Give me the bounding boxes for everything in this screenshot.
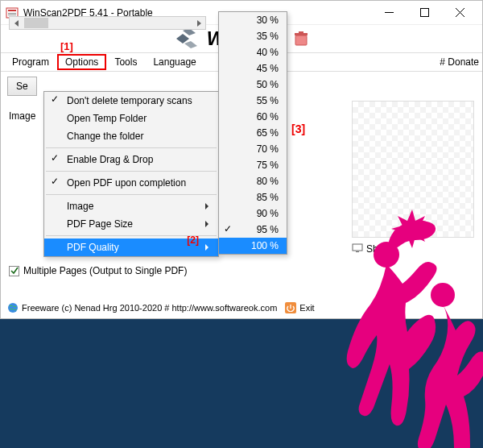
q-60[interactable]: 60 % bbox=[219, 109, 287, 125]
options-dropdown: Don't delete temporary scans Open Temp F… bbox=[43, 91, 219, 257]
q-75[interactable]: 75 % bbox=[219, 157, 287, 173]
svg-point-11 bbox=[8, 303, 18, 313]
q-55[interactable]: 55 % bbox=[219, 93, 287, 109]
q-80[interactable]: 80 % bbox=[219, 173, 287, 189]
multipage-checkbox-row[interactable]: Multiple Pages (Output to Single PDF) bbox=[9, 265, 187, 276]
q-50[interactable]: 50 % bbox=[219, 77, 287, 93]
q-70[interactable]: 70 % bbox=[219, 141, 287, 157]
svg-point-13 bbox=[431, 283, 455, 307]
close-button[interactable] bbox=[442, 2, 477, 24]
svg-rect-4 bbox=[385, 12, 394, 13]
svg-rect-5 bbox=[420, 9, 428, 17]
multipage-label: Multiple Pages (Output to Single PDF) bbox=[23, 265, 187, 276]
scan-button[interactable]: Se bbox=[7, 77, 37, 96]
trash-icon bbox=[292, 30, 310, 48]
opt-no-delete[interactable]: Don't delete temporary scans bbox=[44, 92, 218, 110]
svg-rect-8 bbox=[299, 31, 303, 33]
donate-link[interactable]: # Donate bbox=[440, 56, 479, 68]
menu-options[interactable]: Options bbox=[57, 54, 106, 70]
annotation-1: [1] bbox=[60, 40, 73, 52]
q-45[interactable]: 45 % bbox=[219, 60, 287, 77]
opt-open-pdf[interactable]: Open PDF upon completion bbox=[44, 174, 218, 192]
q-100[interactable]: 100 % bbox=[219, 238, 287, 254]
column-image: Image bbox=[9, 110, 35, 122]
globe-icon bbox=[7, 302, 19, 313]
status-text[interactable]: Freeware (c) Nenad Hrg 2010-2020 # http:… bbox=[22, 303, 277, 313]
scroll-left-icon[interactable] bbox=[10, 17, 23, 29]
annotation-2: [2] bbox=[187, 234, 199, 246]
svg-rect-6 bbox=[295, 35, 307, 45]
svg-rect-2 bbox=[8, 13, 16, 14]
checkbox-icon[interactable] bbox=[9, 266, 19, 276]
q-95[interactable]: 95 % bbox=[219, 222, 287, 238]
quality-submenu: 30 % 35 % 40 % 45 % 50 % 55 % 60 % 65 % … bbox=[218, 11, 287, 255]
menu-language[interactable]: Language bbox=[145, 54, 204, 70]
menu-tools[interactable]: Tools bbox=[106, 54, 145, 70]
exit-label[interactable]: Exit bbox=[299, 303, 314, 313]
opt-drag-drop[interactable]: Enable Drag & Drop bbox=[44, 151, 218, 168]
opt-page-size[interactable]: PDF Page Size bbox=[44, 215, 218, 233]
dancing-figures-icon bbox=[314, 206, 483, 448]
svg-rect-3 bbox=[8, 15, 16, 15]
minimize-button[interactable] bbox=[371, 2, 407, 24]
scroll-thumb[interactable] bbox=[24, 18, 48, 28]
q-30[interactable]: 30 % bbox=[219, 12, 287, 28]
q-90[interactable]: 90 % bbox=[219, 205, 287, 222]
scroll-right-icon[interactable] bbox=[192, 17, 205, 29]
opt-change-folder[interactable]: Change the folder bbox=[44, 127, 218, 145]
q-65[interactable]: 65 % bbox=[219, 125, 287, 141]
exit-icon[interactable] bbox=[285, 302, 296, 313]
annotation-3: [3] bbox=[291, 122, 305, 135]
svg-rect-1 bbox=[8, 10, 16, 11]
q-40[interactable]: 40 % bbox=[219, 44, 287, 60]
opt-open-temp[interactable]: Open Temp Folder bbox=[44, 110, 218, 127]
opt-image[interactable]: Image bbox=[44, 197, 218, 215]
scanner-icon bbox=[173, 27, 200, 50]
q-35[interactable]: 35 % bbox=[219, 28, 287, 44]
svg-rect-7 bbox=[295, 33, 308, 35]
horizontal-scrollbar[interactable] bbox=[9, 16, 206, 30]
menu-program[interactable]: Program bbox=[4, 54, 57, 70]
q-85[interactable]: 85 % bbox=[219, 189, 287, 205]
maximize-button[interactable] bbox=[407, 2, 442, 24]
